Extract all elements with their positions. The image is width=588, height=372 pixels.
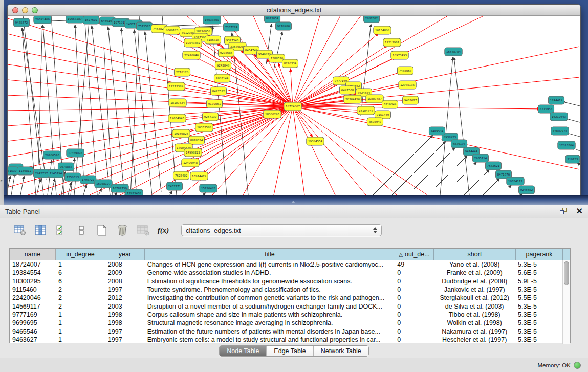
column-header-year[interactable]: year [105, 249, 145, 260]
graph-node-selected[interactable]: 19654945 [168, 114, 186, 122]
table-row[interactable]: 969969511998Structural magnetic resonanc… [10, 319, 562, 327]
table-row[interactable]: 2242004622012Investigating the contribut… [10, 294, 562, 302]
graph-node[interactable]: 2935114 [472, 154, 488, 162]
table-row[interactable]: 946554611997Estimation of the future num… [10, 327, 562, 335]
table-row[interactable]: 1830029562008Estimation of significance … [10, 277, 562, 286]
graph-edge[interactable] [293, 106, 366, 195]
graph-node-selected[interactable]: 19384554 [307, 137, 324, 145]
graph-edge[interactable] [11, 173, 15, 195]
memory-status-indicator[interactable] [574, 362, 581, 369]
graph-node-selected[interactable]: 9463627 [402, 96, 418, 104]
graph-node[interactable]: 17359928 [67, 149, 84, 157]
graph-node-selected[interactable]: 12213389 [167, 82, 185, 91]
graph-node[interactable]: 2942757 [33, 169, 49, 178]
panel-splitter-handle[interactable] [291, 201, 295, 203]
graph-node[interactable]: 1250513 [64, 173, 80, 181]
graph-node[interactable]: 9435572 [13, 18, 29, 27]
graph-edge[interactable] [293, 106, 579, 169]
graph-edge[interactable] [8, 95, 293, 106]
graph-edge[interactable] [274, 32, 282, 70]
graph-node[interactable]: 1145194 [48, 169, 63, 178]
tab-edge-table[interactable]: Edge Table [267, 346, 313, 356]
graph-edge[interactable] [204, 192, 205, 195]
graph-node[interactable]: 1409534 [429, 127, 445, 135]
function-builder-icon[interactable]: f(x) [156, 223, 171, 237]
graph-edge[interactable] [99, 188, 101, 195]
graph-node-selected[interactable]: 18107534 [169, 99, 186, 107]
column-header-out_de[interactable]: △out_de... [395, 249, 434, 260]
graph-node-selected[interactable]: 8878334 [188, 136, 204, 144]
graph-node-selected[interactable]: 6497568 [339, 86, 355, 94]
graph-node[interactable]: 6879197 [451, 140, 467, 148]
scrollbar-thumb[interactable] [564, 261, 569, 285]
create-column-icon[interactable] [94, 223, 110, 237]
graph-edge[interactable] [274, 106, 293, 195]
delete-table-icon[interactable]: x [135, 223, 150, 237]
graph-edge[interactable] [293, 106, 313, 137]
graph-node[interactable]: 9245652 [518, 186, 534, 194]
graph-node[interactable]: 331539 [8, 167, 18, 175]
graph-node[interactable]: 2457771 [166, 182, 182, 190]
column-header-name[interactable]: name [10, 249, 56, 260]
graph-node-selected[interactable]: 20364456 [344, 95, 361, 103]
graph-node[interactable]: 1527602 [83, 16, 99, 24]
graph-node[interactable]: 2887682 [363, 16, 379, 23]
graph-edge[interactable] [134, 30, 152, 195]
graph-node-selected[interactable]: 12975135 [399, 81, 416, 89]
table-row[interactable]: 1938455462009Genome-wide association stu… [10, 269, 562, 277]
graph-node-selected[interactable]: 7625402 [173, 171, 189, 180]
citation-network-graph[interactable]: 9435572206914061065328715276026466160107… [8, 16, 580, 195]
close-panel-icon[interactable]: ✕ [576, 207, 583, 215]
graph-node-selected[interactable]: 9242848 [215, 61, 231, 70]
graph-edge[interactable] [293, 106, 335, 195]
graph-edge[interactable] [20, 176, 24, 195]
column-header-short[interactable]: short [434, 249, 516, 260]
graph-node-selected[interactable]: 16914479 [190, 172, 208, 180]
graph-node[interactable]: 7357224 [223, 23, 239, 31]
graph-edge[interactable] [8, 106, 293, 157]
graph-node[interactable]: 17016504 [558, 141, 575, 149]
graph-edge[interactable] [170, 191, 172, 195]
graph-node[interactable]: 8215958 [538, 105, 554, 113]
graph-node-selected[interactable]: 12213967 [383, 38, 401, 47]
graph-node[interactable]: 7515526 [136, 22, 152, 30]
graph-node-selected[interactable]: 9170051 [206, 100, 222, 108]
table-mode-icon[interactable] [12, 223, 28, 237]
graph-node-selected[interactable]: 14998222 [184, 148, 202, 157]
graph-edge[interactable] [115, 192, 117, 195]
table-selector-dropdown[interactable]: citations_edges.txt [181, 224, 382, 236]
graph-node[interactable]: 10654112 [507, 177, 524, 185]
graph-node-selected[interactable]: 10807487 [366, 95, 383, 103]
graph-node-selected[interactable]: 10543382 [184, 39, 202, 47]
graph-edge[interactable] [444, 162, 476, 195]
graph-edge[interactable] [454, 57, 469, 195]
table-row[interactable]: 1872400712008Changes of HCN gene express… [10, 260, 562, 269]
column-visibility-icon[interactable] [33, 223, 48, 237]
delete-column-icon[interactable] [115, 223, 130, 237]
graph-node-selected[interactable]: 8427512 [210, 87, 226, 95]
graph-node-selected[interactable]: 10973493 [391, 51, 408, 59]
table-row[interactable]: 1456911722003Disruption of a novel membe… [10, 302, 562, 310]
tab-network-table[interactable]: Network Table [314, 346, 368, 356]
graph-node[interactable]: 12923468 [125, 189, 143, 195]
graph-node[interactable]: 1244419 [548, 96, 564, 104]
graph-node-selected[interactable]: 6216049 [382, 100, 398, 108]
graph-node-selected[interactable]: 2803144 [214, 74, 230, 82]
column-header-pagerank[interactable]: pagerank [516, 249, 563, 260]
graph-edge[interactable] [23, 28, 46, 180]
left-splitter-strip[interactable]: ▸ [0, 0, 4, 205]
table-row[interactable]: 946362711997Embryonic stem cells: a mode… [10, 336, 562, 344]
graph-node-selected[interactable]: 18724007 [284, 102, 301, 111]
graph-edge[interactable] [243, 106, 293, 195]
row-check-icon[interactable]: ✓✓ [53, 223, 69, 237]
graph-node[interactable]: 9218986 [275, 22, 291, 30]
graph-node-selected[interactable]: 8220334 [282, 59, 298, 68]
graph-node[interactable]: 7632621 [485, 162, 501, 170]
graph-edge[interactable] [293, 106, 427, 195]
graph-edge[interactable] [502, 185, 511, 195]
table-row[interactable]: 977716911998Corpus callosum shape and si… [10, 311, 562, 319]
graph-node-selected[interactable]: 2718120 [174, 68, 190, 76]
graph-node-selected[interactable]: 9275685 [218, 49, 234, 57]
rows-icon[interactable] [74, 223, 89, 237]
column-header-in_degree[interactable]: in_degree [56, 249, 105, 260]
